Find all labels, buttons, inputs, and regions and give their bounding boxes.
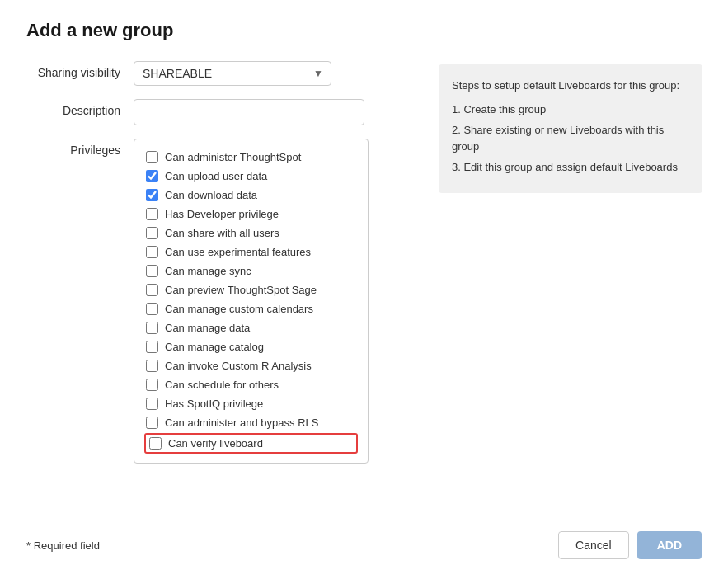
manage-catalog-checkbox[interactable] [146, 341, 158, 353]
manage-sync-checkbox[interactable] [146, 265, 158, 277]
privilege-share-all-users[interactable]: Can share with all users [144, 224, 358, 242]
manage-calendars-checkbox[interactable] [146, 303, 158, 315]
developer-label: Has Developer privilege [165, 208, 279, 220]
footer: * Required field Cancel ADD [0, 531, 728, 559]
privilege-manage-data[interactable]: Can manage data [144, 318, 358, 337]
spotiq-checkbox[interactable] [146, 398, 158, 410]
info-box: Steps to setup default Liveboards for th… [439, 64, 702, 193]
developer-checkbox[interactable] [146, 208, 158, 220]
dialog-title: Add a new group [26, 20, 702, 41]
info-intro: Steps to setup default Liveboards for th… [452, 78, 689, 95]
experimental-label: Can use experimental features [165, 246, 311, 258]
privilege-bypass-rls[interactable]: Can administer and bypass RLS [144, 413, 358, 432]
administer-ts-label: Can administer ThoughtSpot [165, 151, 301, 163]
sharing-visibility-wrapper: SHAREABLE NON_SHAREABLE ▼ [134, 61, 331, 86]
download-data-checkbox[interactable] [146, 189, 158, 201]
privilege-upload-user-data[interactable]: Can upload user data [144, 167, 358, 186]
sharing-visibility-select[interactable]: SHAREABLE NON_SHAREABLE [134, 61, 331, 86]
manage-catalog-label: Can manage catalog [165, 341, 264, 353]
description-control [134, 99, 422, 125]
privilege-preview-sage[interactable]: Can preview ThoughtSpot Sage [144, 280, 358, 299]
privilege-verify-liveboard[interactable]: Can verify liveboard [144, 433, 358, 454]
privileges-box: Can administer ThoughtSpot Can upload us… [134, 139, 369, 464]
privilege-schedule-others[interactable]: Can schedule for others [144, 375, 358, 394]
description-row: Description [26, 99, 422, 125]
upload-user-data-checkbox[interactable] [146, 170, 158, 182]
sharing-visibility-row: Sharing visibility SHAREABLE NON_SHAREAB… [26, 61, 422, 86]
privilege-download-data[interactable]: Can download data [144, 186, 358, 205]
add-button[interactable]: ADD [637, 531, 702, 559]
manage-calendars-label: Can manage custom calendars [165, 303, 313, 315]
experimental-checkbox[interactable] [146, 246, 158, 258]
form-right: Steps to setup default Liveboards for th… [439, 61, 702, 477]
upload-user-data-label: Can upload user data [165, 170, 267, 182]
privileges-label: Privileges [26, 139, 134, 157]
schedule-others-checkbox[interactable] [146, 379, 158, 391]
share-all-users-checkbox[interactable] [146, 227, 158, 239]
description-label: Description [26, 99, 134, 117]
privilege-manage-catalog[interactable]: Can manage catalog [144, 337, 358, 356]
schedule-others-label: Can schedule for others [165, 379, 279, 391]
spotiq-label: Has SpotIQ privilege [165, 398, 263, 410]
privilege-administer-ts[interactable]: Can administer ThoughtSpot [144, 148, 358, 167]
privilege-manage-calendars[interactable]: Can manage custom calendars [144, 299, 358, 318]
administer-ts-checkbox[interactable] [146, 151, 158, 163]
privileges-control: Can administer ThoughtSpot Can upload us… [134, 139, 422, 464]
verify-liveboard-checkbox[interactable] [149, 437, 162, 450]
info-steps-list: 1. Create this group 2. Share existing o… [452, 101, 689, 177]
sharing-visibility-label: Sharing visibility [26, 61, 134, 79]
preview-sage-label: Can preview ThoughtSpot Sage [165, 284, 317, 296]
manage-data-checkbox[interactable] [146, 322, 158, 334]
required-note: * Required field [26, 539, 100, 552]
info-step-2: 2. Share existing or new Liveboards with… [452, 122, 689, 157]
privilege-experimental[interactable]: Can use experimental features [144, 242, 358, 261]
privilege-developer[interactable]: Has Developer privilege [144, 205, 358, 224]
privileges-row: Privileges Can administer ThoughtSpot Ca… [26, 139, 422, 464]
bypass-rls-label: Can administer and bypass RLS [165, 417, 318, 429]
sharing-visibility-control: SHAREABLE NON_SHAREABLE ▼ [134, 61, 422, 86]
download-data-label: Can download data [165, 189, 257, 201]
info-step-1: 1. Create this group [452, 101, 689, 119]
share-all-users-label: Can share with all users [165, 227, 279, 239]
privilege-invoke-custom-r[interactable]: Can invoke Custom R Analysis [144, 356, 358, 375]
info-step-3: 3. Edit this group and assign default Li… [452, 159, 689, 177]
cancel-button[interactable]: Cancel [558, 531, 629, 559]
invoke-custom-r-label: Can invoke Custom R Analysis [165, 360, 312, 372]
add-group-dialog: Add a new group Sharing visibility SHARE… [0, 0, 728, 579]
bypass-rls-checkbox[interactable] [146, 417, 158, 429]
verify-liveboard-label: Can verify liveboard [168, 437, 263, 450]
form-left: Sharing visibility SHAREABLE NON_SHAREAB… [26, 61, 422, 477]
description-input[interactable] [134, 99, 364, 125]
form-body: Sharing visibility SHAREABLE NON_SHAREAB… [26, 61, 702, 477]
invoke-custom-r-checkbox[interactable] [146, 360, 158, 372]
privilege-spotiq[interactable]: Has SpotIQ privilege [144, 394, 358, 413]
preview-sage-checkbox[interactable] [146, 284, 158, 296]
manage-data-label: Can manage data [165, 322, 250, 334]
footer-buttons: Cancel ADD [558, 531, 702, 559]
manage-sync-label: Can manage sync [165, 265, 251, 277]
privilege-manage-sync[interactable]: Can manage sync [144, 261, 358, 280]
